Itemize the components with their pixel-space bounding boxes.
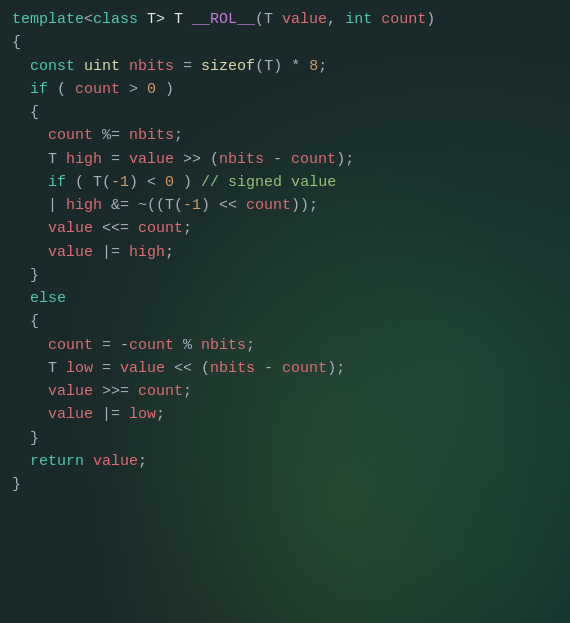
code-line: | high &= ~((T(-1) << count)); [0, 194, 570, 217]
code-token: // signed value [201, 174, 336, 191]
code-token: int [345, 11, 372, 28]
code-token [84, 453, 93, 470]
code-line: T low = value << (nbits - count); [0, 357, 570, 380]
code-line: count %= nbits; [0, 124, 570, 147]
code-token: return [30, 453, 84, 470]
code-token: ; [246, 337, 255, 354]
code-token: ) << [201, 197, 246, 214]
code-line: { [0, 101, 570, 124]
code-token [12, 127, 48, 144]
code-token: value [282, 11, 327, 28]
code-token: high [129, 244, 165, 261]
code-token: count [381, 11, 426, 28]
code-token: << ( [165, 360, 210, 377]
code-token: ; [183, 220, 192, 237]
code-token: -1 [111, 174, 129, 191]
code-token: count [75, 81, 120, 98]
code-token: ( T( [66, 174, 111, 191]
code-token: count [48, 337, 93, 354]
code-token: value [48, 406, 93, 423]
code-token [12, 406, 48, 423]
code-token: ; [183, 383, 192, 400]
code-token: ); [327, 360, 345, 377]
code-line: return value; [0, 450, 570, 473]
code-token: } [12, 430, 39, 447]
code-token: high [66, 151, 102, 168]
code-token: = - [93, 337, 129, 354]
code-token: <<= [93, 220, 138, 237]
code-token: = [93, 360, 120, 377]
code-token: - [255, 360, 282, 377]
code-token: nbits [201, 337, 246, 354]
code-token: >> ( [174, 151, 219, 168]
code-line: else [0, 287, 570, 310]
code-token: ); [336, 151, 354, 168]
code-token [12, 244, 48, 261]
code-token: class [93, 11, 138, 28]
code-token [120, 58, 129, 75]
code-token: % [174, 337, 201, 354]
code-token: T [12, 151, 66, 168]
code-token: ) [156, 81, 174, 98]
code-line: if ( T(-1) < 0 ) // signed value [0, 171, 570, 194]
code-token: ; [138, 453, 147, 470]
code-token: value [93, 453, 138, 470]
code-token [12, 453, 30, 470]
code-token: { [12, 104, 39, 121]
code-line: value |= low; [0, 403, 570, 426]
code-token: T> T [138, 11, 192, 28]
code-token: | [12, 197, 66, 214]
code-token: ; [156, 406, 165, 423]
code-token: { [12, 313, 39, 330]
code-token: template [12, 11, 84, 28]
code-token: } [12, 267, 39, 284]
code-line: value >>= count; [0, 380, 570, 403]
code-token: >>= [93, 383, 138, 400]
code-token: 8 [309, 58, 318, 75]
code-token: nbits [219, 151, 264, 168]
code-token: count [291, 151, 336, 168]
code-token: nbits [210, 360, 255, 377]
code-token: (T) * [255, 58, 309, 75]
code-token [12, 290, 30, 307]
code-token: 0 [165, 174, 174, 191]
code-token: ) [426, 11, 435, 28]
code-token: ( [48, 81, 75, 98]
code-token: __ROL__ [192, 11, 255, 28]
code-token: count [138, 383, 183, 400]
code-token [12, 81, 30, 98]
code-token [12, 220, 48, 237]
code-token: else [30, 290, 66, 307]
code-line: { [0, 310, 570, 333]
code-line: } [0, 427, 570, 450]
code-token: count [48, 127, 93, 144]
code-token: count [129, 337, 174, 354]
code-token: count [246, 197, 291, 214]
code-token: |= [93, 244, 129, 261]
code-token [12, 383, 48, 400]
code-editor: template<class T> T __ROL__(T value, int… [0, 0, 570, 504]
code-token: value [48, 244, 93, 261]
code-token: ; [165, 244, 174, 261]
code-token [372, 11, 381, 28]
code-token: T [12, 360, 66, 377]
code-line: { [0, 31, 570, 54]
code-token [12, 337, 48, 354]
code-line: } [0, 473, 570, 496]
code-token: )); [291, 197, 318, 214]
code-token: uint [84, 58, 120, 75]
code-token: -1 [183, 197, 201, 214]
code-token: } [12, 476, 21, 493]
code-token: nbits [129, 127, 174, 144]
code-token: ; [174, 127, 183, 144]
code-token: %= [93, 127, 129, 144]
code-token: value [129, 151, 174, 168]
code-token: count [282, 360, 327, 377]
code-line: const uint nbits = sizeof(T) * 8; [0, 55, 570, 78]
code-line: count = -count % nbits; [0, 334, 570, 357]
code-token: value [48, 220, 93, 237]
code-token: low [66, 360, 93, 377]
code-token: = [174, 58, 201, 75]
code-token: = [102, 151, 129, 168]
code-line: T high = value >> (nbits - count); [0, 148, 570, 171]
